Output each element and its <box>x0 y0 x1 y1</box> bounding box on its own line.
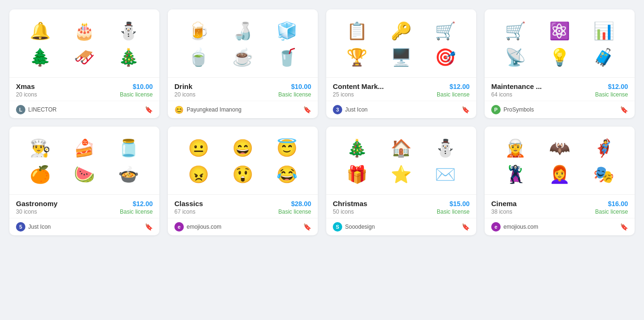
bookmark-icon[interactable]: 🔖 <box>620 106 628 113</box>
card-price: $10.00 <box>291 83 311 90</box>
card-license: Basic license <box>120 208 153 215</box>
icon-cell: 📡 <box>493 44 537 71</box>
icon-cell: 🫙 <box>107 135 151 161</box>
icon-cell: 😂 <box>265 161 309 188</box>
icon-cell: ⛄ <box>107 18 151 44</box>
card-count: 64 icons <box>491 91 512 98</box>
bookmark-icon[interactable]: 🔖 <box>145 106 153 113</box>
author-avatar: L <box>16 105 25 114</box>
author-avatar: 5 <box>16 222 25 232</box>
author-info: 😊 Payungkead Imanong <box>174 105 242 114</box>
icon-cell: 🎭 <box>582 161 626 188</box>
card-count: 30 icons <box>16 208 37 215</box>
icon-cell: 🧳 <box>582 44 626 71</box>
card-icons-maintenance: 🛒⚛️📊📡💡🧳 <box>485 9 635 77</box>
author-name: Just Icon <box>28 224 51 230</box>
icon-cell: 💡 <box>537 44 581 71</box>
icon-cell: ⚛️ <box>537 18 581 44</box>
author-info: 5 Just Icon <box>16 222 51 232</box>
card-count: 20 icons <box>16 91 37 98</box>
icon-cell: 🦸 <box>582 135 626 161</box>
icon-cell: 📋 <box>335 18 379 44</box>
author-info: P ProSymbols <box>491 105 534 114</box>
icon-cell: 🛒 <box>493 18 537 44</box>
icon-cell: 🌲 <box>18 44 62 71</box>
author-info: e emojious.com <box>491 222 538 232</box>
icon-cell: 🧊 <box>265 18 309 44</box>
card-license: Basic license <box>437 91 470 98</box>
card-license: Basic license <box>595 208 628 215</box>
card-title: Gastronomy <box>16 200 57 208</box>
author-name: emojious.com <box>503 224 538 230</box>
icon-cell: 🏆 <box>335 44 379 71</box>
icon-cell: 🔔 <box>18 18 62 44</box>
icon-cell: 🍶 <box>220 18 265 44</box>
card-price: $10.00 <box>133 83 153 90</box>
author-name: ProSymbols <box>503 106 534 113</box>
icon-cell: 📊 <box>582 18 626 44</box>
bookmark-icon[interactable]: 🔖 <box>462 223 470 231</box>
bookmark-icon[interactable]: 🔖 <box>303 106 311 113</box>
icon-cell: ⛄ <box>424 135 468 161</box>
card-drink[interactable]: 🍺🍶🧊🍵☕🥤 Drink $10.00 20 icons Basic licen… <box>168 9 318 118</box>
card-license: Basic license <box>437 208 470 215</box>
card-icons-xmas: 🔔🎂⛄🌲🛷🎄 <box>9 9 159 77</box>
bookmark-icon[interactable]: 🔖 <box>145 223 153 231</box>
card-license: Basic license <box>120 91 153 98</box>
author-name: Payungkead Imanong <box>187 106 242 113</box>
icon-cell: 🖥️ <box>379 44 423 71</box>
card-icons-christmas: 🎄🏠⛄🎁⭐✉️ <box>326 127 476 194</box>
icon-cell: 🍰 <box>62 135 106 161</box>
icon-cell: ☕ <box>220 44 265 71</box>
icon-cell: 🛒 <box>424 18 468 44</box>
icon-cell: 🥤 <box>265 44 309 71</box>
card-icons-gastronomy: 👨‍🍳🍰🫙🍊🍉🍲 <box>9 127 159 194</box>
card-title: Drink <box>174 82 192 90</box>
card-gastronomy[interactable]: 👨‍🍳🍰🫙🍊🍉🍲 Gastronomy $12.00 30 icons Basi… <box>9 127 159 235</box>
card-christmas[interactable]: 🎄🏠⛄🎁⭐✉️ Christmas $15.00 50 icons Basic … <box>326 127 476 235</box>
card-cinema[interactable]: 🧝🦇🦸🦹👩‍🦰🎭 Cinema $16.00 38 icons Basic li… <box>485 127 635 235</box>
icon-cell: 🍊 <box>18 161 62 188</box>
card-title: Xmas <box>16 82 35 90</box>
card-icons-content-mark: 📋🔑🛒🏆🖥️🎯 <box>326 9 476 77</box>
bookmark-icon[interactable]: 🔖 <box>462 106 470 113</box>
card-count: 50 icons <box>333 208 354 215</box>
card-maintenance[interactable]: 🛒⚛️📊📡💡🧳 Maintenance ... $12.00 64 icons … <box>485 9 635 118</box>
icon-cell: ⭐ <box>379 161 423 188</box>
card-classics[interactable]: 😐😄😇😠😲😂 Classics $28.00 67 icons Basic li… <box>168 127 318 235</box>
icon-cell: 🧝 <box>493 135 537 161</box>
author-info: S Sooodesign <box>333 222 375 232</box>
icon-cell: 😄 <box>220 135 265 161</box>
card-title: Classics <box>174 200 203 208</box>
card-xmas[interactable]: 🔔🎂⛄🌲🛷🎄 Xmas $10.00 20 icons Basic licens… <box>9 9 159 118</box>
card-price: $12.00 <box>449 83 470 90</box>
icon-cell: 🎄 <box>107 44 151 71</box>
icon-cell: 😠 <box>176 161 220 188</box>
icon-cell: 🍺 <box>176 18 220 44</box>
author-name: Sooodesign <box>345 224 375 230</box>
icon-cell: 🎂 <box>62 18 106 44</box>
card-count: 20 icons <box>174 91 196 98</box>
card-title: Maintenance ... <box>491 82 542 90</box>
card-license: Basic license <box>278 91 311 98</box>
bookmark-icon[interactable]: 🔖 <box>620 223 628 231</box>
card-title: Cinema <box>491 200 517 208</box>
icon-cell: 🦹 <box>493 161 537 188</box>
card-icons-drink: 🍺🍶🧊🍵☕🥤 <box>168 9 318 77</box>
icon-cell: 👨‍🍳 <box>18 135 62 161</box>
author-avatar: S <box>333 222 342 232</box>
card-icons-cinema: 🧝🦇🦸🦹👩‍🦰🎭 <box>485 127 635 194</box>
author-name: emojious.com <box>187 224 221 230</box>
card-price: $28.00 <box>291 200 311 208</box>
author-avatar: P <box>491 105 501 114</box>
card-count: 25 icons <box>333 91 354 98</box>
author-name: LINECTOR <box>28 106 56 113</box>
author-avatar: 3 <box>333 105 342 114</box>
author-name: Just Icon <box>345 106 368 113</box>
card-license: Basic license <box>278 208 311 215</box>
icon-cell: 👩‍🦰 <box>537 161 581 188</box>
card-content-mark[interactable]: 📋🔑🛒🏆🖥️🎯 Content Mark... $12.00 25 icons … <box>326 9 476 118</box>
card-count: 38 icons <box>491 208 512 215</box>
icon-cell: 🎄 <box>335 135 379 161</box>
bookmark-icon[interactable]: 🔖 <box>303 223 311 231</box>
